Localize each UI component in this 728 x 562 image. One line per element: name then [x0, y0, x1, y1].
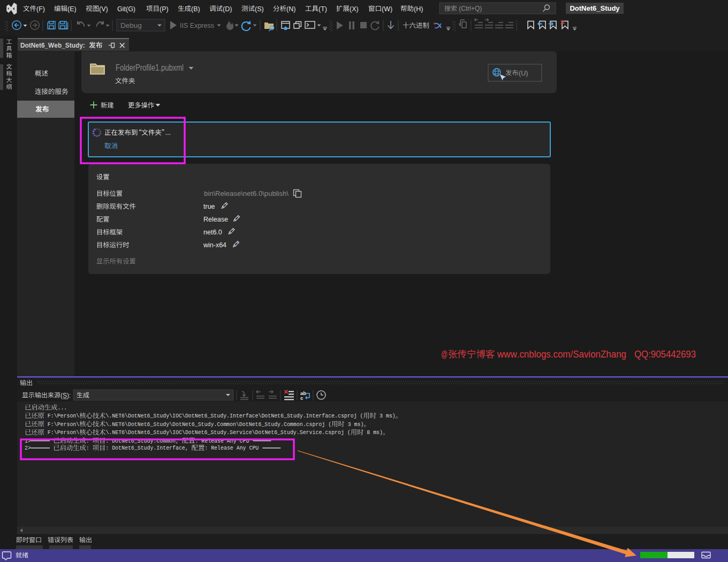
svg-text:: Release Any CPU: : Release Any CPU [204, 445, 259, 451]
svg-text:www.cnblogs.com/SavionZhang: www.cnblogs.com/SavionZhang [497, 349, 626, 360]
svg-text:F:\Person\: F:\Person\ [44, 421, 79, 428]
svg-text:(P): (P) [160, 5, 169, 13]
svg-text:DotNet6_Web_Study:: DotNet6_Web_Study: [20, 41, 87, 49]
svg-text:IIS Express: IIS Express [180, 21, 214, 29]
svg-text:win-x64: win-x64 [203, 241, 226, 249]
svg-text:(D): (D) [223, 5, 232, 13]
svg-text:QQ:905442693: QQ:905442693 [634, 349, 696, 360]
svg-text:: DotNet6_Study.Interface,: : DotNet6_Study.Interface, [105, 445, 191, 451]
svg-text:@: @ [441, 349, 448, 360]
svg-text:(F): (F) [36, 5, 45, 13]
svg-text:3 ms): 3 ms) [345, 421, 364, 428]
svg-text:2>: 2> [25, 445, 31, 451]
svg-text:(X): (X) [350, 5, 359, 13]
svg-text:\.NET6\DotNet6_Study\DotNet6_S: \.NET6\DotNet6_Study\DotNet6_Study.Commo… [105, 421, 331, 428]
svg-text:(U): (U) [519, 70, 528, 77]
svg-text:Release: Release [203, 216, 228, 223]
svg-text:(V): (V) [99, 5, 108, 13]
svg-text:c: c [300, 395, 303, 401]
svg-text:(B): (B) [191, 5, 200, 13]
svg-text:\.NET6\DotNet6_Study\IOC\DotNe: \.NET6\DotNet6_Study\IOC\DotNet6_Study.S… [105, 429, 350, 436]
svg-text:8 ms): 8 ms) [363, 429, 383, 436]
svg-text:F:\Person\: F:\Person\ [44, 413, 79, 419]
svg-text:(S): (S) [255, 5, 264, 13]
svg-text:net6.0: net6.0 [203, 229, 222, 236]
svg-text:...: ... [58, 405, 67, 411]
svg-text:(S):: (S): [60, 392, 71, 399]
svg-text:DotNet6_Study: DotNet6_Study [570, 4, 620, 12]
svg-text:Git(G): Git(G) [117, 5, 135, 13]
svg-text:F:\Person\: F:\Person\ [44, 429, 79, 436]
svg-text::: : [86, 445, 93, 451]
svg-text:(E): (E) [67, 5, 77, 13]
svg-text:3 ms): 3 ms) [376, 413, 396, 419]
svg-text:(H): (H) [414, 5, 423, 13]
svg-text:...: ... [165, 129, 171, 136]
svg-text:true: true [203, 203, 215, 210]
svg-text:bin\Release\net6.0\publish\: bin\Release\net6.0\publish\ [204, 190, 289, 198]
svg-text:(Ctrl+Q): (Ctrl+Q) [457, 5, 482, 12]
svg-text:\.NET6\DotNet6_Study\IOC\DotNe: \.NET6\DotNet6_Study\IOC\DotNet6_Study.I… [105, 413, 363, 419]
svg-text:FolderProfile1.pubxml: FolderProfile1.pubxml [116, 63, 184, 72]
svg-text:Debug: Debug [120, 21, 142, 29]
svg-text:(N): (N) [286, 5, 295, 13]
svg-text:(T): (T) [318, 5, 327, 13]
svg-text:(W): (W) [382, 5, 392, 13]
